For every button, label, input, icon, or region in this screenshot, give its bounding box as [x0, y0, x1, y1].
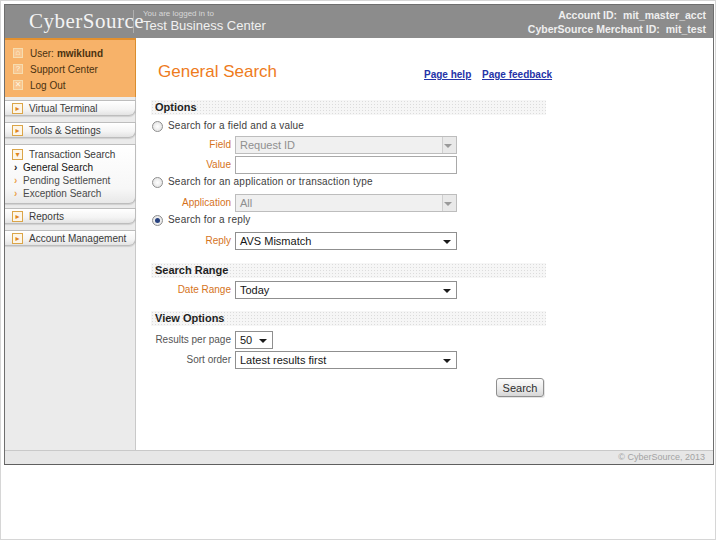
expand-arrow-icon: ▸ — [12, 233, 23, 244]
dropdown-arrow-icon — [259, 339, 267, 343]
support-icon: ? — [13, 64, 23, 74]
transaction-search-label: Transaction Search — [29, 149, 115, 160]
logout-icon: ✕ — [13, 80, 23, 90]
dropdown-arrow-icon — [443, 240, 451, 244]
sort-order-value: Latest results first — [240, 354, 326, 366]
dropdown-arrow-icon — [444, 144, 452, 148]
home-icon: ⌂ — [13, 48, 23, 58]
sidebar-item-transaction-search[interactable]: ▾ Transaction Search — [5, 147, 135, 161]
footer: © CyberSource, 2013 — [5, 450, 713, 464]
item-arrow-icon: › — [14, 188, 23, 199]
application-label: Application — [151, 194, 231, 212]
radio-search-reply[interactable] — [152, 215, 163, 226]
main-content: General Search Page help Page feedback O… — [137, 38, 713, 450]
sidebar-item-log-out[interactable]: ✕ Log Out — [5, 77, 135, 93]
results-per-page-select[interactable]: 50 — [235, 331, 273, 349]
sidebar-item-user[interactable]: ⌂ User: mwiklund — [5, 45, 135, 61]
results-per-page-label: Results per page — [137, 331, 231, 349]
support-center-label: Support Center — [30, 64, 98, 75]
radio-search-application-label[interactable]: Search for an application or transaction… — [168, 176, 373, 187]
dropdown-arrow-icon — [443, 289, 451, 293]
dropdown-arrow-icon — [443, 359, 451, 363]
expand-arrow-icon: ▸ — [12, 103, 23, 114]
app-window: CyberSource You are logged in to Test Bu… — [4, 4, 714, 465]
exception-search-label: Exception Search — [23, 188, 101, 199]
options-section-heading: Options — [151, 100, 546, 115]
field-select-value: Request ID — [240, 139, 295, 151]
sort-order-select[interactable]: Latest results first — [235, 351, 457, 369]
user-label: User: — [30, 48, 54, 59]
user-name: mwiklund — [57, 48, 103, 59]
sidebar-item-support-center[interactable]: ? Support Center — [5, 61, 135, 77]
sidebar-item-exception-search[interactable]: › Exception Search — [5, 187, 135, 200]
account-id-value: mit_master_acct — [623, 9, 706, 21]
reply-select[interactable]: AVS Mismatch — [235, 232, 457, 250]
cybersource-logo: CyberSource — [29, 9, 144, 34]
search-button[interactable]: Search — [496, 378, 544, 397]
expand-arrow-icon: ▸ — [12, 125, 23, 136]
application-select[interactable]: All — [235, 194, 457, 212]
sidebar-item-virtual-terminal[interactable]: ▸ Virtual Terminal — [5, 100, 136, 116]
field-label: Field — [151, 136, 231, 154]
sidebar-item-tools-settings[interactable]: ▸ Tools & Settings — [5, 122, 136, 138]
account-management-label: Account Management — [29, 233, 126, 244]
log-out-label: Log Out — [30, 80, 66, 91]
field-select[interactable]: Request ID — [235, 136, 457, 154]
tools-settings-label: Tools & Settings — [29, 125, 101, 136]
date-range-label: Date Range — [151, 281, 231, 299]
radio-search-field-value-label[interactable]: Search for a field and a value — [168, 120, 304, 131]
page-help-link[interactable]: Page help — [424, 69, 471, 80]
search-range-section-heading: Search Range — [151, 263, 546, 278]
business-center-name: Test Business Center — [143, 20, 266, 32]
copyright-text: © CyberSource, 2013 — [618, 452, 705, 462]
sidebar-item-general-search[interactable]: › General Search — [5, 161, 135, 174]
radio-search-reply-label[interactable]: Search for a reply — [168, 214, 251, 225]
collapse-arrow-icon: ▾ — [12, 149, 23, 160]
sort-order-label: Sort order — [151, 351, 231, 369]
screenshot-canvas: CyberSource You are logged in to Test Bu… — [0, 0, 716, 540]
results-per-page-value: 50 — [240, 334, 252, 346]
view-options-section-heading: View Options — [151, 311, 546, 326]
application-select-value: All — [240, 197, 252, 209]
dropdown-arrow-icon — [444, 202, 452, 206]
expand-arrow-icon: ▸ — [12, 211, 23, 222]
merchant-id-label: CyberSource Merchant ID: — [528, 23, 660, 35]
logo-divider — [133, 10, 134, 33]
top-bar: CyberSource You are logged in to Test Bu… — [5, 5, 713, 38]
pending-settlement-label: Pending Settlement — [23, 175, 110, 186]
merchant-id-value: mit_test — [666, 23, 706, 35]
page-title: General Search — [158, 62, 277, 82]
virtual-terminal-label: Virtual Terminal — [29, 103, 98, 114]
account-id-label: Account ID: — [558, 9, 617, 21]
reply-select-value: AVS Mismatch — [240, 235, 311, 247]
user-panel: ⌂ User: mwiklund ? Support Center ✕ Log … — [5, 38, 136, 97]
reports-label: Reports — [29, 211, 64, 222]
sidebar-item-account-management[interactable]: ▸ Account Management — [5, 230, 136, 246]
item-arrow-icon: › — [14, 175, 23, 186]
account-info: Account ID:mit_master_acct CyberSource M… — [528, 8, 706, 36]
sidebar-group-transaction-search: ▾ Transaction Search › General Search › … — [5, 144, 136, 204]
current-item-arrow-icon: › — [14, 162, 23, 173]
value-input[interactable] — [235, 156, 457, 174]
date-range-select-value: Today — [240, 284, 269, 296]
general-search-label: General Search — [23, 162, 93, 173]
merchant-id-line: CyberSource Merchant ID:mit_test — [528, 22, 706, 36]
account-id-line: Account ID:mit_master_acct — [528, 8, 706, 22]
sidebar-item-pending-settlement[interactable]: › Pending Settlement — [5, 174, 135, 187]
sidebar-item-reports[interactable]: ▸ Reports — [5, 208, 136, 224]
radio-search-field-value[interactable] — [152, 121, 163, 132]
radio-search-application[interactable] — [152, 177, 163, 188]
login-context: You are logged in to Test Business Cente… — [143, 8, 266, 32]
page-feedback-link[interactable]: Page feedback — [482, 69, 552, 80]
value-label: Value — [151, 156, 231, 174]
date-range-select[interactable]: Today — [235, 281, 457, 299]
reply-label: Reply — [151, 232, 231, 250]
sidebar: ⌂ User: mwiklund ? Support Center ✕ Log … — [5, 38, 136, 450]
